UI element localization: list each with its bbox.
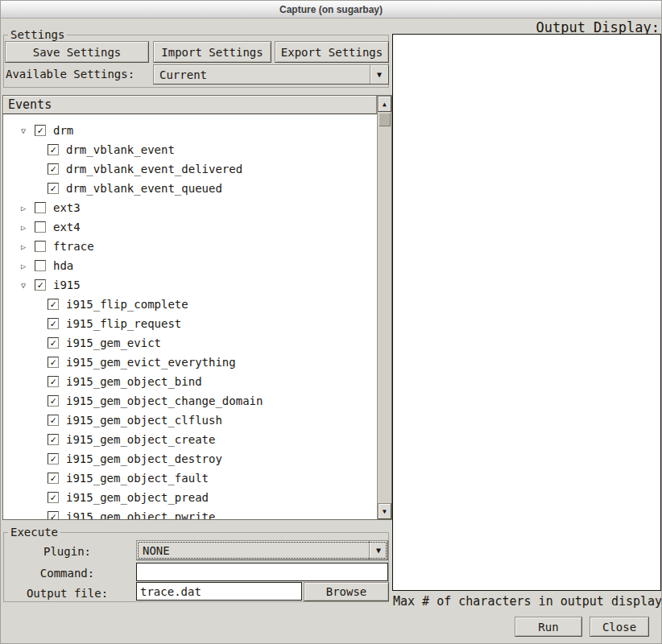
run-button[interactable]: Run bbox=[515, 617, 582, 637]
event-label[interactable]: i915_gem_evict_everything bbox=[66, 356, 236, 369]
event-checkbox[interactable]: ✓ bbox=[48, 434, 59, 445]
export-settings-button[interactable]: Export Settings bbox=[275, 41, 389, 63]
expander-expanded-icon[interactable]: ▽ bbox=[18, 281, 29, 290]
event-label[interactable]: drm bbox=[53, 124, 73, 137]
event-checkbox[interactable]: ✓ bbox=[48, 299, 59, 310]
event-label[interactable]: drm_vblank_event_delivered bbox=[66, 163, 242, 175]
tree-row: ▽✓i915 bbox=[3, 275, 377, 295]
event-checkbox[interactable]: ✓ bbox=[48, 453, 59, 464]
expander-collapsed-icon[interactable]: ▷ bbox=[18, 223, 29, 232]
save-settings-button[interactable]: Save Settings bbox=[5, 41, 149, 63]
output-display-label: Output Display: bbox=[536, 19, 660, 35]
plugin-label: Plugin: bbox=[1, 545, 134, 558]
output-display-area[interactable] bbox=[392, 34, 661, 591]
expander-collapsed-icon[interactable]: ▷ bbox=[18, 262, 29, 270]
event-checkbox[interactable]: ✓ bbox=[48, 415, 59, 426]
event-checkbox[interactable]: ✓ bbox=[48, 395, 59, 407]
tree-row: ✓i915_flip_complete bbox=[3, 295, 377, 314]
tree-row: ✓i915_gem_object_destroy bbox=[3, 449, 377, 469]
event-label[interactable]: i915_flip_request bbox=[66, 317, 181, 330]
output-file-input[interactable] bbox=[136, 582, 302, 601]
command-input[interactable] bbox=[136, 563, 388, 581]
tree-row: ✓i915_gem_object_pread bbox=[3, 488, 377, 507]
scroll-down-icon[interactable]: ▼ bbox=[378, 503, 391, 519]
events-panel: Events ▽✓drm✓drm_vblank_event✓drm_vblank… bbox=[2, 95, 392, 520]
event-checkbox[interactable]: ✓ bbox=[35, 125, 46, 136]
events-header-label: Events bbox=[8, 97, 52, 112]
tree-row: ✓i915_gem_object_pwrite bbox=[3, 507, 377, 519]
event-label[interactable]: ftrace bbox=[53, 240, 94, 253]
event-label[interactable]: i915_gem_object_bind bbox=[66, 375, 202, 388]
expander-collapsed-icon[interactable]: ▷ bbox=[18, 242, 29, 251]
event-label[interactable]: ext4 bbox=[53, 221, 81, 233]
execute-frame-label: Execute bbox=[8, 526, 60, 539]
event-label[interactable]: i915_gem_object_destroy bbox=[66, 452, 222, 465]
event-checkbox[interactable]: ✓ bbox=[48, 473, 59, 484]
event-label[interactable]: i915_gem_object_fault bbox=[66, 472, 209, 485]
tree-row: ✓drm_vblank_event bbox=[3, 140, 377, 159]
tree-row: ✓i915_gem_evict_everything bbox=[3, 353, 377, 372]
event-label[interactable]: i915_gem_object_clflush bbox=[66, 414, 222, 427]
event-checkbox[interactable] bbox=[35, 241, 46, 252]
tree-row: ✓drm_vblank_event_delivered bbox=[3, 159, 377, 179]
titlebar[interactable]: Capture (on sugarbay) bbox=[1, 1, 661, 19]
event-checkbox[interactable] bbox=[35, 221, 46, 233]
scroll-up-icon[interactable]: ▲ bbox=[378, 96, 391, 112]
available-settings-value: Current bbox=[154, 65, 370, 84]
tree-row: ✓drm_vblank_event_queued bbox=[3, 179, 377, 198]
tree-row: ✓i915_gem_object_fault bbox=[3, 469, 377, 488]
import-settings-button[interactable]: Import Settings bbox=[153, 41, 271, 63]
event-checkbox[interactable]: ✓ bbox=[35, 279, 46, 291]
tree-row: ✓i915_gem_object_change_domain bbox=[3, 391, 377, 411]
event-checkbox[interactable]: ✓ bbox=[48, 376, 59, 387]
tree-row: ✓i915_gem_object_bind bbox=[3, 372, 377, 391]
tree-row: ✓i915_flip_request bbox=[3, 314, 377, 333]
event-checkbox[interactable]: ✓ bbox=[48, 337, 59, 349]
event-label[interactable]: hda bbox=[53, 259, 73, 272]
expander-collapsed-icon[interactable]: ▷ bbox=[18, 204, 29, 213]
scrollbar-thumb[interactable] bbox=[379, 113, 391, 126]
event-label[interactable]: drm_vblank_event_queued bbox=[66, 182, 222, 195]
tree-row: ▽✓drm bbox=[3, 121, 377, 140]
output-file-label: Output file: bbox=[1, 587, 134, 600]
event-checkbox[interactable]: ✓ bbox=[48, 318, 59, 329]
event-checkbox[interactable]: ✓ bbox=[48, 357, 59, 368]
plugin-combo[interactable]: NONE ▼ bbox=[136, 540, 388, 560]
capture-window: Capture (on sugarbay) Output Display: Ma… bbox=[0, 0, 662, 644]
event-label[interactable]: drm_vblank_event bbox=[66, 143, 175, 156]
tree-row: ▷hda bbox=[3, 256, 377, 275]
event-label[interactable]: i915_gem_object_change_domain bbox=[66, 394, 263, 407]
max-chars-label: Max # of characters in output display bbox=[393, 594, 662, 609]
close-button[interactable]: Close bbox=[590, 617, 649, 637]
available-settings-combo[interactable]: Current ▼ bbox=[153, 64, 389, 85]
settings-frame-label: Settings bbox=[8, 28, 67, 41]
event-label[interactable]: i915_gem_object_pwrite bbox=[66, 510, 215, 519]
plugin-value: NONE bbox=[137, 541, 369, 559]
event-checkbox[interactable] bbox=[35, 260, 46, 271]
tree-row: ▷ext4 bbox=[3, 217, 377, 237]
events-scrollbar[interactable]: ▲ ▼ bbox=[377, 96, 391, 519]
event-label[interactable]: i915_gem_object_pread bbox=[66, 491, 209, 504]
tree-row: ✓i915_gem_evict bbox=[3, 333, 377, 353]
tree-row: ✓i915_gem_object_clflush bbox=[3, 411, 377, 430]
command-label: Command: bbox=[1, 567, 134, 580]
event-checkbox[interactable] bbox=[35, 202, 46, 213]
event-label[interactable]: ext3 bbox=[53, 201, 81, 214]
event-checkbox[interactable]: ✓ bbox=[48, 144, 59, 155]
chevron-down-icon: ▼ bbox=[369, 541, 387, 559]
event-checkbox[interactable]: ✓ bbox=[48, 492, 59, 503]
event-label[interactable]: i915 bbox=[53, 279, 81, 291]
event-label[interactable]: i915_flip_complete bbox=[66, 298, 188, 311]
available-settings-label: Available Settings: bbox=[6, 68, 134, 80]
browse-button[interactable]: Browse bbox=[304, 582, 389, 601]
expander-expanded-icon[interactable]: ▽ bbox=[18, 126, 29, 135]
window-title: Capture (on sugarbay) bbox=[279, 4, 383, 15]
event-checkbox[interactable]: ✓ bbox=[48, 163, 59, 175]
chevron-down-icon: ▼ bbox=[370, 65, 388, 84]
event-label[interactable]: i915_gem_evict bbox=[66, 336, 161, 349]
event-checkbox[interactable]: ✓ bbox=[48, 511, 59, 519]
events-tree-body: ▽✓drm✓drm_vblank_event✓drm_vblank_event_… bbox=[3, 115, 377, 519]
events-column-header[interactable]: Events bbox=[3, 96, 377, 114]
event-checkbox[interactable]: ✓ bbox=[48, 183, 59, 194]
event-label[interactable]: i915_gem_object_create bbox=[66, 433, 215, 446]
